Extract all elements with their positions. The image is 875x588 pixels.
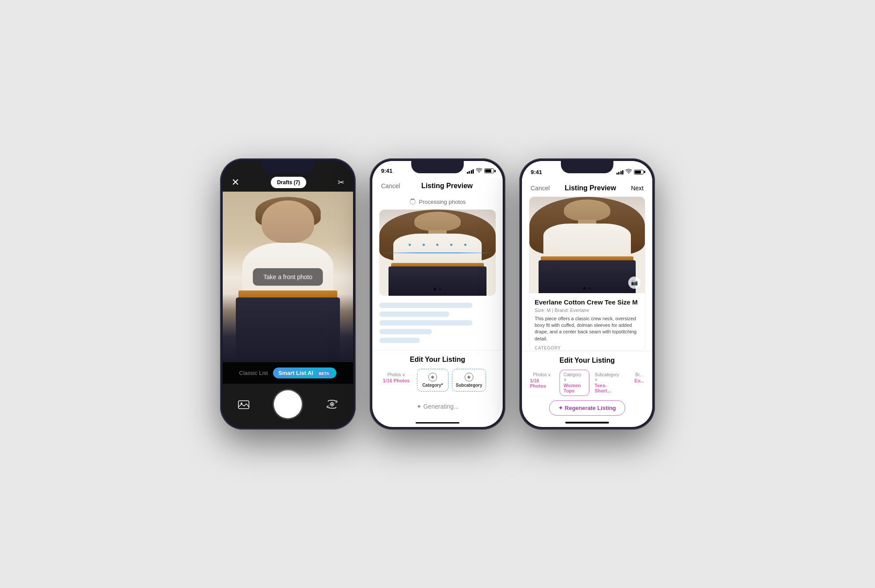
cancel-button-3[interactable]: Cancel	[531, 185, 550, 192]
shutter-button[interactable]	[274, 390, 302, 418]
loading-bar-4	[379, 329, 432, 334]
loading-fields	[372, 296, 503, 350]
listing-photo-area-2	[379, 210, 496, 296]
gallery-button[interactable]	[236, 396, 252, 412]
edit-section-3: Edit Your Listing Photos ∨ 1/16 Photos C…	[522, 351, 652, 396]
next-button-3[interactable]: Next	[631, 185, 644, 192]
nav-title-3: Listing Preview	[565, 184, 616, 192]
camera-mode-bar: Classic List Smart List AI BETA	[223, 362, 353, 384]
category-tab-2[interactable]: ⊕ Category*	[417, 369, 448, 392]
drafts-button[interactable]: Drafts (7)	[271, 177, 306, 188]
svg-point-3	[331, 403, 333, 405]
listing-screen: 9:41	[522, 161, 652, 427]
brand-tab-3[interactable]: Br... Ev...	[624, 370, 647, 396]
status-icons-2	[467, 168, 494, 174]
nav-title-2: Listing Preview	[421, 182, 472, 190]
loading-bar-5	[379, 338, 420, 343]
status-time-2: 9:41	[381, 168, 392, 174]
listing-card: 📷 Everlane Cotton Crew Tee Size M Size: …	[529, 196, 645, 351]
nav-bar-2: Cancel Listing Preview	[372, 178, 503, 194]
listing-image[interactable]: 📷	[529, 197, 645, 293]
camera-overlay-text: Take a front photo	[253, 268, 323, 286]
edit-tabs-2: Photos ∨ 1/16 Photos ⊕ Category* ⊕ Subca…	[379, 369, 496, 393]
wifi-icon	[476, 168, 482, 174]
processing-screen: 9:41	[372, 161, 503, 427]
signal-icon-3	[616, 169, 624, 175]
photos-tab-3[interactable]: Photos ∨ 1/16 Photos	[527, 370, 557, 396]
listing-meta: Size: M | Brand: Everlane	[535, 308, 640, 313]
edit-section-2: Edit Your Listing Photos ∨ 1/16 Photos ⊕…	[372, 350, 503, 420]
edit-tabs-3: Photos ∨ 1/16 Photos Category ∨ Women To…	[527, 370, 647, 396]
phones-container: ✕ Drafts (7) ✂ Take a front photo	[220, 158, 655, 430]
cancel-button-2[interactable]: Cancel	[381, 182, 400, 189]
camera-viewfinder: Take a front photo	[223, 192, 353, 362]
photo-dots-2	[434, 288, 441, 290]
phone-2: 9:41	[370, 158, 505, 430]
battery-icon	[484, 168, 494, 173]
close-button[interactable]: ✕	[231, 177, 239, 188]
camera-screen: ✕ Drafts (7) ✂ Take a front photo	[223, 161, 353, 427]
regen-wrapper: ✦ Regenerate Listing	[522, 396, 652, 419]
category-tab-3[interactable]: Category ∨ Women Tops	[560, 370, 589, 396]
processing-text: Processing photos	[419, 199, 466, 205]
processing-bar: Processing photos	[372, 194, 503, 210]
wifi-icon-3	[626, 169, 632, 175]
classic-list-label[interactable]: Classic List	[239, 370, 268, 376]
generating-button: ✦ Generating...	[379, 399, 496, 414]
scan-dots	[402, 244, 472, 246]
notch-1	[262, 161, 314, 173]
category-label: CATEGORY	[535, 346, 640, 350]
listing-description: This piece offers a classic crew neck, o…	[535, 315, 640, 343]
notch-3	[561, 161, 613, 173]
photos-tab-2[interactable]: Photos ∨ 1/16 Photos	[379, 369, 413, 392]
loading-bar-1	[379, 303, 472, 308]
edit-title-3: Edit Your Listing	[527, 357, 647, 364]
home-indicator-2	[416, 422, 459, 424]
regenerate-button[interactable]: ✦ Regenerate Listing	[549, 400, 625, 416]
listing-title: Everlane Cotton Crew Tee Size M	[535, 298, 640, 306]
signal-icon	[467, 168, 474, 174]
phone-1: ✕ Drafts (7) ✂ Take a front photo	[220, 158, 356, 430]
flip-camera-button[interactable]	[324, 396, 340, 412]
nav-bar-3: Cancel Listing Preview Next	[522, 180, 652, 196]
smart-list-button[interactable]: Smart List AI BETA	[273, 368, 336, 378]
scissors-icon[interactable]: ✂	[338, 178, 344, 187]
subcategory-tab-2[interactable]: ⊕ Subcategory	[452, 369, 486, 392]
camera-controls	[223, 384, 353, 427]
loading-bar-3	[379, 320, 472, 326]
listing-info: Everlane Cotton Crew Tee Size M Size: M …	[529, 293, 645, 351]
battery-icon-3	[634, 170, 644, 175]
notch-2	[411, 161, 464, 173]
scan-line	[379, 252, 496, 253]
subcategory-tab-3[interactable]: Subcategory ∨ Tees- Short...	[592, 370, 622, 396]
edit-photo-icon[interactable]: 📷	[628, 276, 640, 289]
status-icons-3	[616, 169, 644, 175]
edit-title-2: Edit Your Listing	[379, 356, 496, 364]
phone-3: 9:41	[519, 158, 655, 430]
loading-bar-2	[379, 312, 449, 317]
status-time-3: 9:41	[531, 169, 542, 175]
photo-dots-3	[583, 287, 591, 290]
generating-text: ✦ Generating...	[416, 403, 459, 410]
beta-badge: BETA	[317, 371, 332, 377]
loading-spinner	[410, 199, 416, 205]
home-indicator-3	[565, 422, 609, 424]
